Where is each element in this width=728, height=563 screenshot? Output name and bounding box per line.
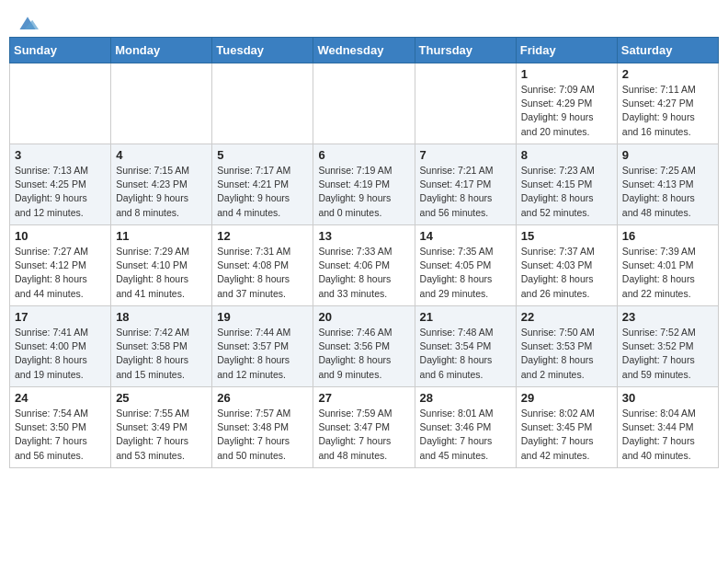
day-info: Sunrise: 7:37 AM Sunset: 4:03 PM Dayligh… bbox=[521, 245, 612, 301]
day-number: 2 bbox=[622, 67, 713, 81]
day-info: Sunrise: 7:23 AM Sunset: 4:15 PM Dayligh… bbox=[521, 164, 612, 220]
day-number: 30 bbox=[622, 391, 713, 405]
day-cell-20: 20Sunrise: 7:46 AM Sunset: 3:56 PM Dayli… bbox=[313, 306, 415, 387]
day-cell-16: 16Sunrise: 7:39 AM Sunset: 4:01 PM Dayli… bbox=[617, 225, 718, 306]
day-number: 19 bbox=[217, 310, 308, 324]
empty-cell bbox=[415, 63, 516, 144]
day-cell-30: 30Sunrise: 8:04 AM Sunset: 3:44 PM Dayli… bbox=[617, 387, 718, 468]
day-cell-27: 27Sunrise: 7:59 AM Sunset: 3:47 PM Dayli… bbox=[313, 387, 415, 468]
day-number: 27 bbox=[318, 391, 409, 405]
week-row-2: 3Sunrise: 7:13 AM Sunset: 4:25 PM Daylig… bbox=[10, 144, 719, 225]
day-info: Sunrise: 7:55 AM Sunset: 3:49 PM Dayligh… bbox=[116, 407, 207, 463]
weekday-header-row: SundayMondayTuesdayWednesdayThursdayFrid… bbox=[10, 38, 719, 63]
day-number: 9 bbox=[622, 148, 713, 162]
weekday-header-sunday: Sunday bbox=[10, 38, 111, 63]
day-info: Sunrise: 7:13 AM Sunset: 4:25 PM Dayligh… bbox=[15, 164, 106, 220]
empty-cell bbox=[10, 63, 111, 144]
day-info: Sunrise: 7:54 AM Sunset: 3:50 PM Dayligh… bbox=[15, 407, 106, 463]
day-cell-18: 18Sunrise: 7:42 AM Sunset: 3:58 PM Dayli… bbox=[111, 306, 212, 387]
day-cell-3: 3Sunrise: 7:13 AM Sunset: 4:25 PM Daylig… bbox=[10, 144, 111, 225]
day-number: 20 bbox=[318, 310, 409, 324]
day-info: Sunrise: 7:46 AM Sunset: 3:56 PM Dayligh… bbox=[318, 326, 409, 382]
weekday-header-tuesday: Tuesday bbox=[212, 38, 313, 63]
week-row-3: 10Sunrise: 7:27 AM Sunset: 4:12 PM Dayli… bbox=[10, 225, 719, 306]
day-info: Sunrise: 7:17 AM Sunset: 4:21 PM Dayligh… bbox=[217, 164, 308, 220]
day-number: 22 bbox=[521, 310, 612, 324]
weekday-header-friday: Friday bbox=[516, 38, 617, 63]
day-cell-13: 13Sunrise: 7:33 AM Sunset: 4:06 PM Dayli… bbox=[313, 225, 415, 306]
day-info: Sunrise: 7:27 AM Sunset: 4:12 PM Dayligh… bbox=[15, 245, 106, 301]
day-cell-15: 15Sunrise: 7:37 AM Sunset: 4:03 PM Dayli… bbox=[516, 225, 617, 306]
day-info: Sunrise: 7:21 AM Sunset: 4:17 PM Dayligh… bbox=[420, 164, 511, 220]
day-cell-6: 6Sunrise: 7:19 AM Sunset: 4:19 PM Daylig… bbox=[313, 144, 415, 225]
day-info: Sunrise: 7:57 AM Sunset: 3:48 PM Dayligh… bbox=[217, 407, 308, 463]
day-cell-4: 4Sunrise: 7:15 AM Sunset: 4:23 PM Daylig… bbox=[111, 144, 212, 225]
day-info: Sunrise: 7:35 AM Sunset: 4:05 PM Dayligh… bbox=[420, 245, 511, 301]
week-row-1: 1Sunrise: 7:09 AM Sunset: 4:29 PM Daylig… bbox=[10, 63, 719, 144]
logo bbox=[13, 15, 39, 33]
day-number: 12 bbox=[217, 229, 308, 243]
day-number: 8 bbox=[521, 148, 612, 162]
day-info: Sunrise: 7:11 AM Sunset: 4:27 PM Dayligh… bbox=[622, 83, 713, 139]
day-number: 1 bbox=[521, 67, 612, 81]
day-number: 6 bbox=[318, 148, 409, 162]
weekday-header-monday: Monday bbox=[111, 38, 212, 63]
day-info: Sunrise: 8:02 AM Sunset: 3:45 PM Dayligh… bbox=[521, 407, 612, 463]
day-number: 25 bbox=[116, 391, 207, 405]
day-info: Sunrise: 7:15 AM Sunset: 4:23 PM Dayligh… bbox=[116, 164, 207, 220]
day-number: 26 bbox=[217, 391, 308, 405]
day-number: 11 bbox=[116, 229, 207, 243]
day-number: 10 bbox=[15, 229, 106, 243]
day-cell-19: 19Sunrise: 7:44 AM Sunset: 3:57 PM Dayli… bbox=[212, 306, 313, 387]
day-number: 16 bbox=[622, 229, 713, 243]
calendar-table: SundayMondayTuesdayWednesdayThursdayFrid… bbox=[9, 37, 719, 468]
day-info: Sunrise: 7:48 AM Sunset: 3:54 PM Dayligh… bbox=[420, 326, 511, 382]
day-cell-12: 12Sunrise: 7:31 AM Sunset: 4:08 PM Dayli… bbox=[212, 225, 313, 306]
weekday-header-wednesday: Wednesday bbox=[313, 38, 415, 63]
day-info: Sunrise: 8:01 AM Sunset: 3:46 PM Dayligh… bbox=[420, 407, 511, 463]
day-number: 23 bbox=[622, 310, 713, 324]
day-number: 15 bbox=[521, 229, 612, 243]
day-cell-5: 5Sunrise: 7:17 AM Sunset: 4:21 PM Daylig… bbox=[212, 144, 313, 225]
day-number: 13 bbox=[318, 229, 409, 243]
empty-cell bbox=[111, 63, 212, 144]
day-info: Sunrise: 7:39 AM Sunset: 4:01 PM Dayligh… bbox=[622, 245, 713, 301]
weekday-header-thursday: Thursday bbox=[415, 38, 516, 63]
day-number: 24 bbox=[15, 391, 106, 405]
day-number: 21 bbox=[420, 310, 511, 324]
day-info: Sunrise: 7:50 AM Sunset: 3:53 PM Dayligh… bbox=[521, 326, 612, 382]
day-cell-28: 28Sunrise: 8:01 AM Sunset: 3:46 PM Dayli… bbox=[415, 387, 516, 468]
day-cell-24: 24Sunrise: 7:54 AM Sunset: 3:50 PM Dayli… bbox=[10, 387, 111, 468]
empty-cell bbox=[313, 63, 415, 144]
day-cell-2: 2Sunrise: 7:11 AM Sunset: 4:27 PM Daylig… bbox=[617, 63, 718, 144]
day-cell-1: 1Sunrise: 7:09 AM Sunset: 4:29 PM Daylig… bbox=[516, 63, 617, 144]
logo-icon bbox=[17, 15, 39, 33]
day-cell-14: 14Sunrise: 7:35 AM Sunset: 4:05 PM Dayli… bbox=[415, 225, 516, 306]
day-cell-8: 8Sunrise: 7:23 AM Sunset: 4:15 PM Daylig… bbox=[516, 144, 617, 225]
day-info: Sunrise: 7:59 AM Sunset: 3:47 PM Dayligh… bbox=[318, 407, 409, 463]
day-info: Sunrise: 7:52 AM Sunset: 3:52 PM Dayligh… bbox=[622, 326, 713, 382]
day-cell-17: 17Sunrise: 7:41 AM Sunset: 4:00 PM Dayli… bbox=[10, 306, 111, 387]
page-header bbox=[9, 9, 719, 33]
day-number: 3 bbox=[15, 148, 106, 162]
day-cell-22: 22Sunrise: 7:50 AM Sunset: 3:53 PM Dayli… bbox=[516, 306, 617, 387]
day-number: 7 bbox=[420, 148, 511, 162]
day-number: 28 bbox=[420, 391, 511, 405]
weekday-header-saturday: Saturday bbox=[617, 38, 718, 63]
day-info: Sunrise: 8:04 AM Sunset: 3:44 PM Dayligh… bbox=[622, 407, 713, 463]
day-number: 14 bbox=[420, 229, 511, 243]
day-cell-21: 21Sunrise: 7:48 AM Sunset: 3:54 PM Dayli… bbox=[415, 306, 516, 387]
day-cell-9: 9Sunrise: 7:25 AM Sunset: 4:13 PM Daylig… bbox=[617, 144, 718, 225]
day-info: Sunrise: 7:29 AM Sunset: 4:10 PM Dayligh… bbox=[116, 245, 207, 301]
day-info: Sunrise: 7:19 AM Sunset: 4:19 PM Dayligh… bbox=[318, 164, 409, 220]
day-info: Sunrise: 7:41 AM Sunset: 4:00 PM Dayligh… bbox=[15, 326, 106, 382]
day-info: Sunrise: 7:25 AM Sunset: 4:13 PM Dayligh… bbox=[622, 164, 713, 220]
day-info: Sunrise: 7:31 AM Sunset: 4:08 PM Dayligh… bbox=[217, 245, 308, 301]
day-number: 17 bbox=[15, 310, 106, 324]
day-number: 4 bbox=[116, 148, 207, 162]
day-number: 29 bbox=[521, 391, 612, 405]
day-cell-11: 11Sunrise: 7:29 AM Sunset: 4:10 PM Dayli… bbox=[111, 225, 212, 306]
day-info: Sunrise: 7:44 AM Sunset: 3:57 PM Dayligh… bbox=[217, 326, 308, 382]
day-cell-29: 29Sunrise: 8:02 AM Sunset: 3:45 PM Dayli… bbox=[516, 387, 617, 468]
day-info: Sunrise: 7:33 AM Sunset: 4:06 PM Dayligh… bbox=[318, 245, 409, 301]
